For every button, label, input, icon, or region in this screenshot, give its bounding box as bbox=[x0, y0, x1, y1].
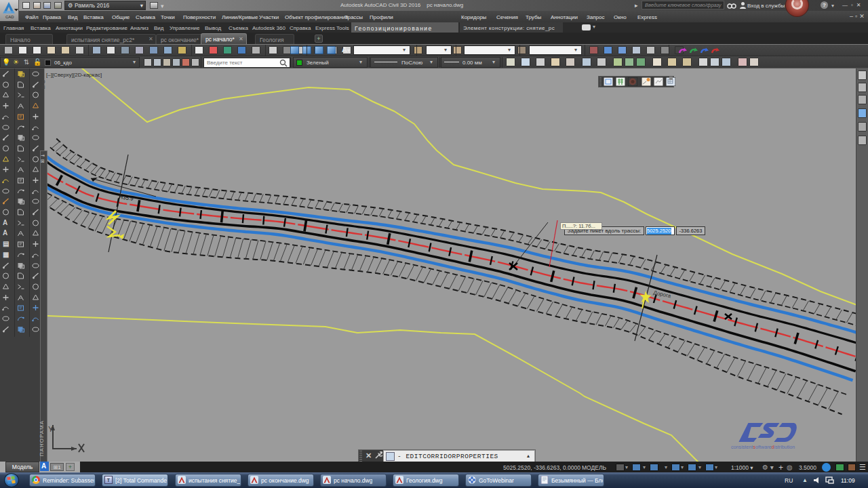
svg-text:CAD: CAD bbox=[5, 15, 14, 19]
svg-text:consistentsoftwaredistribution: consistentsoftwaredistribution bbox=[731, 444, 795, 450]
svg-text:Y: Y bbox=[48, 425, 54, 433]
svg-text:H35.9: H35.9 bbox=[119, 194, 134, 202]
